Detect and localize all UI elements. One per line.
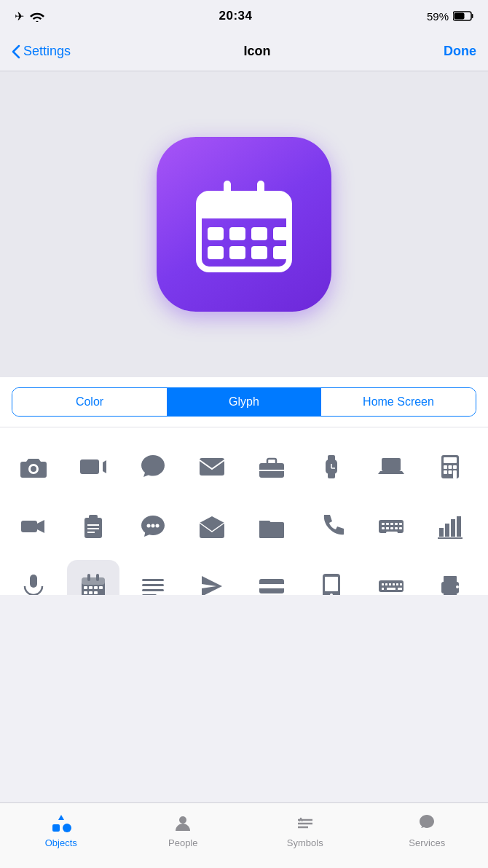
svg-rect-76 [142,579,164,581]
icon-bar-chart[interactable] [424,500,476,553]
svg-rect-17 [200,458,224,476]
svg-rect-82 [262,588,268,591]
icon-mail[interactable] [186,441,238,493]
svg-point-42 [155,524,159,528]
icon-lines[interactable] [127,560,179,595]
svg-rect-55 [399,527,402,529]
svg-rect-21 [328,455,335,461]
tab-objects-label: Objects [45,837,77,848]
tab-symbols[interactable]: Symbols [244,810,366,848]
status-bar: ✈ 20:34 59% [0,0,488,32]
nav-title: Icon [244,44,271,59]
icon-video[interactable] [7,500,60,553]
svg-rect-92 [400,583,402,585]
svg-point-40 [146,524,150,528]
seg-color[interactable]: Color [12,388,167,416]
tab-services-label: Services [409,837,445,848]
svg-rect-88 [385,583,387,585]
svg-rect-33 [453,470,457,478]
svg-rect-43 [259,522,284,538]
people-icon [173,813,193,834]
icon-send[interactable] [186,560,238,595]
svg-rect-87 [382,583,384,585]
icon-microphone[interactable] [7,560,60,595]
svg-rect-46 [386,523,389,525]
svg-rect-8 [257,181,264,201]
svg-rect-71 [94,586,98,589]
icon-speech-bubble-2[interactable] [127,500,179,553]
seg-glyph[interactable]: Glyph [167,388,321,416]
icon-printer[interactable] [424,560,476,595]
svg-rect-25 [382,458,401,471]
icon-video-camera[interactable] [67,441,119,493]
svg-rect-13 [208,246,224,259]
svg-rect-59 [451,519,455,537]
tab-people-label: People [168,837,197,848]
svg-rect-93 [382,588,384,590]
svg-point-99 [456,585,459,588]
svg-rect-75 [94,591,98,594]
icon-credit-card[interactable] [245,560,298,595]
segmented-control: Color Glyph Home Screen [12,387,476,417]
icon-folder[interactable] [245,500,298,553]
svg-rect-72 [99,586,103,589]
svg-rect-86 [379,580,404,592]
svg-rect-66 [82,577,105,585]
icon-keyboard-2[interactable] [365,560,417,595]
icon-calculator[interactable] [424,441,476,493]
svg-rect-89 [389,583,391,585]
svg-rect-49 [382,527,385,529]
svg-rect-44 [379,520,404,533]
tab-services[interactable]: Services [366,810,489,848]
svg-rect-53 [395,527,398,529]
seg-homescreen[interactable]: Home Screen [321,388,476,416]
svg-rect-57 [439,528,444,537]
icon-clipboard[interactable] [67,500,119,553]
services-icon [417,813,437,834]
nav-bar: Settings Icon Done [0,32,488,71]
svg-point-0 [36,21,38,22]
svg-rect-9 [208,227,224,240]
svg-rect-97 [444,591,457,595]
icon-watch[interactable] [305,441,358,493]
svg-rect-67 [87,574,90,581]
icons-grid [0,427,488,595]
airplane-icon: ✈ [15,9,24,23]
icon-phone[interactable] [305,500,358,553]
svg-rect-78 [142,589,164,591]
icon-tablet[interactable] [305,560,358,595]
icon-keyboard[interactable] [365,500,417,553]
icon-chat[interactable] [127,441,179,493]
back-label: Settings [23,44,71,59]
svg-rect-95 [398,588,402,590]
done-button[interactable]: Done [444,44,476,59]
svg-rect-56 [386,532,398,534]
back-button[interactable]: Settings [12,44,71,59]
tab-people[interactable]: People [122,810,245,848]
tab-objects[interactable]: Objects [0,810,122,848]
icon-camera[interactable] [7,441,60,493]
tab-bar: Objects People Symbols Services [0,802,488,868]
svg-rect-32 [449,470,452,474]
svg-rect-91 [396,583,398,585]
icon-envelope-open[interactable] [186,500,238,553]
icons-scroll-area[interactable] [0,427,488,595]
icon-calendar-selected[interactable] [67,560,119,595]
icon-laptop[interactable] [365,441,417,493]
svg-point-41 [151,524,154,528]
svg-rect-60 [457,516,461,537]
svg-rect-31 [444,470,447,474]
svg-point-101 [63,824,71,832]
svg-rect-12 [273,227,289,240]
symbols-icon [295,813,315,834]
svg-rect-73 [84,591,87,594]
svg-rect-36 [89,515,98,521]
icon-briefcase[interactable] [245,441,298,493]
calendar-icon [186,166,302,283]
svg-rect-94 [387,588,395,590]
svg-rect-28 [444,465,447,469]
svg-rect-45 [382,523,385,525]
svg-rect-98 [444,576,457,583]
svg-rect-58 [445,524,449,537]
svg-rect-6 [199,208,289,218]
